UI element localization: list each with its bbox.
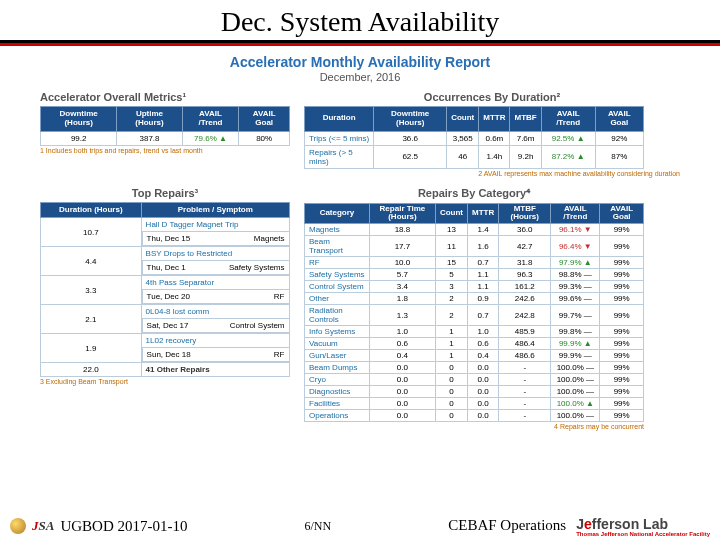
cat: Control System xyxy=(230,321,285,330)
table-row: Other1.820.9242.699.6% —99% xyxy=(305,293,644,305)
td: 0.0 xyxy=(468,386,499,398)
td: 99% xyxy=(600,338,644,350)
table-row: 3.34th Pass Separator xyxy=(41,276,290,290)
td: 3.4 xyxy=(369,281,435,293)
date: Sun, Dec 18 xyxy=(147,350,191,359)
td: Vacuum xyxy=(305,338,370,350)
date: Thu, Dec 1 xyxy=(147,263,186,272)
table-row: Gun/Laser0.410.4486.699.9% —99% xyxy=(305,350,644,362)
td: 0.7 xyxy=(468,305,499,326)
td: 99% xyxy=(600,269,644,281)
table-row: Magnets18.8131.436.096.1% ▼99% xyxy=(305,224,644,236)
td: 11 xyxy=(435,236,467,257)
th: Duration xyxy=(305,107,374,132)
td: 99% xyxy=(600,374,644,386)
td: 99% xyxy=(600,398,644,410)
td: 99% xyxy=(600,305,644,326)
td: 0.0 xyxy=(468,362,499,374)
td: 486.4 xyxy=(499,338,551,350)
td: 161.2 xyxy=(499,281,551,293)
td: 7.6m xyxy=(510,131,541,145)
td: - xyxy=(499,386,551,398)
td: 99.7% — xyxy=(551,305,600,326)
td: Safety Systems xyxy=(305,269,370,281)
table-row: Beam Transport17.7111.642.796.4% ▼99% xyxy=(305,236,644,257)
td: 62.5 xyxy=(374,145,447,168)
td: 46 xyxy=(447,145,479,168)
td: 1.3 xyxy=(369,305,435,326)
td: 17.7 xyxy=(369,236,435,257)
td: Beam Transport xyxy=(305,236,370,257)
td: 87% xyxy=(595,145,643,168)
td: 242.6 xyxy=(499,293,551,305)
td: 99% xyxy=(600,410,644,422)
footer-right: CEBAF Operations xyxy=(448,517,566,534)
td: 0.0 xyxy=(369,374,435,386)
td: 100.0% — xyxy=(551,362,600,374)
table-row: Vacuum0.610.6486.499.9% ▲99% xyxy=(305,338,644,350)
td: 99.3% — xyxy=(551,281,600,293)
td: Control System xyxy=(305,281,370,293)
top-title: Top Repairs³ xyxy=(40,187,290,199)
slide-title: Dec. System Availability xyxy=(0,0,720,40)
td: Cryo xyxy=(305,374,370,386)
footer-left: UGBOD 2017-01-10 xyxy=(60,518,187,535)
td: 0.4 xyxy=(369,350,435,362)
td: 242.8 xyxy=(499,305,551,326)
td: 486.6 xyxy=(499,350,551,362)
td: 96.1% ▼ xyxy=(551,224,600,236)
td: 100.0% — xyxy=(551,374,600,386)
occurrences-table: Duration Downtime (Hours) Count MTTR MTB… xyxy=(304,106,644,169)
td: 87.2% ▲ xyxy=(541,145,595,168)
td: Diagnostics xyxy=(305,386,370,398)
cat: Magnets xyxy=(254,234,285,243)
report-title: Accelerator Monthly Availability Report xyxy=(40,54,680,70)
td: 0 xyxy=(435,362,467,374)
td: Operations xyxy=(305,410,370,422)
td: - xyxy=(499,398,551,410)
date: Thu, Dec 15 xyxy=(147,234,191,243)
td: 42.7 xyxy=(499,236,551,257)
td: 41 Other Repairs xyxy=(141,363,289,377)
td: 36.6 xyxy=(374,131,447,145)
top-table: Duration (Hours) Problem / Symptom 10.7H… xyxy=(40,202,290,378)
td: 0.0 xyxy=(468,398,499,410)
td: 485.9 xyxy=(499,326,551,338)
td: Repairs (> 5 mins) xyxy=(305,145,374,168)
td: 96.3 xyxy=(499,269,551,281)
td: Hall D Tagger Magnet Trip xyxy=(141,218,289,232)
td: 99.9% ▲ xyxy=(551,338,600,350)
td: 99% xyxy=(600,224,644,236)
td: 99% xyxy=(600,386,644,398)
th: Repair Time (Hours) xyxy=(369,203,435,224)
td: 387.8 xyxy=(117,131,182,145)
top-foot: 3 Excluding Beam Transport xyxy=(40,378,290,385)
td: 0.0 xyxy=(468,410,499,422)
date: Sat, Dec 17 xyxy=(147,321,189,330)
td: 80% xyxy=(239,131,290,145)
td: 1.0 xyxy=(468,326,499,338)
td: 0.0 xyxy=(369,410,435,422)
td: 1.6 xyxy=(468,236,499,257)
table-row: 10.7Hall D Tagger Magnet Trip xyxy=(41,218,290,232)
cat-foot: 4 Repairs may be concurrent xyxy=(304,423,644,430)
td: 1.8 xyxy=(369,293,435,305)
td: 99.9% — xyxy=(551,350,600,362)
td: 99% xyxy=(600,362,644,374)
th: MTTR xyxy=(468,203,499,224)
td: Beam Dumps xyxy=(305,362,370,374)
footer-page: 6/NN xyxy=(305,519,332,534)
td: 100.0% — xyxy=(551,386,600,398)
td: Other xyxy=(305,293,370,305)
td: 0 xyxy=(435,374,467,386)
th: Duration (Hours) xyxy=(41,202,142,218)
td: Radiation Controls xyxy=(305,305,370,326)
td: 4th Pass Separator xyxy=(141,276,289,290)
td: 5 xyxy=(435,269,467,281)
td: 0L04-8 lost comm xyxy=(141,305,289,319)
td: 0.7 xyxy=(468,257,499,269)
cat-table: Category Repair Time (Hours) Count MTTR … xyxy=(304,203,644,423)
td: 99.8% — xyxy=(551,326,600,338)
th: AVAIL Goal xyxy=(600,203,644,224)
td: 92% xyxy=(595,131,643,145)
